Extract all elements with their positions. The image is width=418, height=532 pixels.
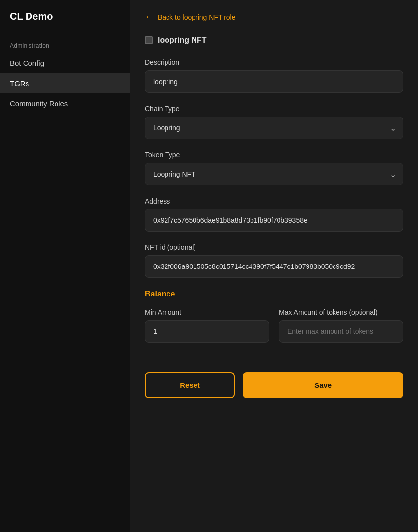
min-amount-label: Min Amount (145, 308, 269, 316)
sidebar: CL Demo Administration Bot Config TGRs C… (0, 0, 130, 532)
sidebar-item-label: TGRs (10, 79, 29, 88)
main-content: ← Back to loopring NFT role loopring NFT… (130, 0, 418, 532)
sidebar-item-tgrs[interactable]: TGRs (0, 73, 130, 93)
sidebar-item-label: Community Roles (10, 99, 68, 108)
chain-type-label: Chain Type (145, 105, 403, 113)
chain-type-group: Chain Type Loopring Ethereum Polygon ⌄ (145, 105, 403, 139)
token-type-select[interactable]: Loopring NFT ERC-20 ERC-721 (145, 163, 403, 185)
token-type-label: Token Type (145, 151, 403, 159)
min-amount-group: Min Amount (145, 308, 269, 343)
chain-type-select-wrapper: Loopring Ethereum Polygon ⌄ (145, 117, 403, 139)
nft-id-label: NFT id (optional) (145, 243, 403, 251)
nft-id-input[interactable] (145, 255, 403, 278)
address-group: Address (145, 197, 403, 232)
page-title: loopring NFT (158, 36, 207, 45)
sidebar-section-label: Administration (0, 33, 130, 53)
token-type-group: Token Type Loopring NFT ERC-20 ERC-721 ⌄ (145, 151, 403, 185)
sidebar-item-label: Bot Config (10, 59, 44, 67)
max-amount-input[interactable] (279, 320, 403, 343)
min-amount-input[interactable] (145, 320, 269, 343)
button-row: Reset Save (145, 372, 403, 398)
description-label: Description (145, 59, 403, 66)
sidebar-item-bot-config[interactable]: Bot Config (0, 53, 130, 73)
reset-button[interactable]: Reset (145, 372, 235, 398)
max-amount-label: Max Amount of tokens (optional) (279, 308, 403, 316)
page-header: loopring NFT (145, 36, 403, 45)
sidebar-item-community-roles[interactable]: Community Roles (0, 93, 130, 114)
token-type-select-wrapper: Loopring NFT ERC-20 ERC-721 ⌄ (145, 163, 403, 185)
balance-row: Min Amount Max Amount of tokens (optiona… (145, 308, 403, 355)
nft-id-group: NFT id (optional) (145, 243, 403, 278)
back-arrow-icon: ← (145, 12, 154, 22)
back-link[interactable]: ← Back to loopring NFT role (145, 12, 403, 22)
balance-section-heading: Balance (145, 290, 403, 298)
app-logo: CL Demo (0, 0, 130, 33)
description-input[interactable] (145, 70, 403, 93)
save-button[interactable]: Save (243, 372, 403, 398)
back-link-label: Back to loopring NFT role (158, 13, 235, 21)
chain-type-select[interactable]: Loopring Ethereum Polygon (145, 117, 403, 139)
address-label: Address (145, 197, 403, 205)
description-group: Description (145, 59, 403, 93)
address-input[interactable] (145, 209, 403, 232)
page-header-checkbox[interactable] (145, 36, 153, 44)
max-amount-group: Max Amount of tokens (optional) (279, 308, 403, 343)
